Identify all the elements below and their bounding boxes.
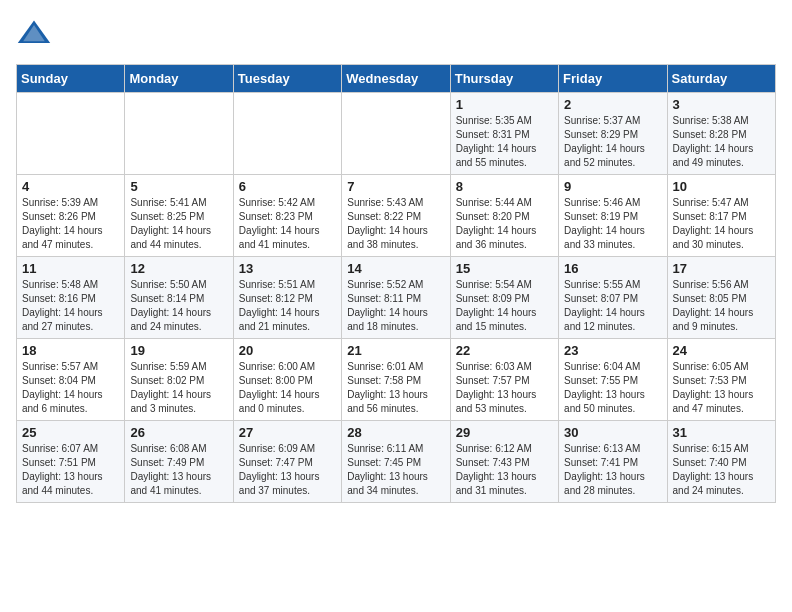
day-detail: Sunrise: 5:43 AM Sunset: 8:22 PM Dayligh… [347, 196, 444, 252]
day-number: 28 [347, 425, 444, 440]
day-number: 15 [456, 261, 553, 276]
calendar-cell [342, 93, 450, 175]
day-detail: Sunrise: 6:04 AM Sunset: 7:55 PM Dayligh… [564, 360, 661, 416]
day-detail: Sunrise: 5:47 AM Sunset: 8:17 PM Dayligh… [673, 196, 770, 252]
calendar-cell: 21Sunrise: 6:01 AM Sunset: 7:58 PM Dayli… [342, 339, 450, 421]
calendar-cell: 3Sunrise: 5:38 AM Sunset: 8:28 PM Daylig… [667, 93, 775, 175]
day-number: 19 [130, 343, 227, 358]
day-number: 10 [673, 179, 770, 194]
calendar-week-row: 4Sunrise: 5:39 AM Sunset: 8:26 PM Daylig… [17, 175, 776, 257]
weekday-header-wednesday: Wednesday [342, 65, 450, 93]
calendar-table: SundayMondayTuesdayWednesdayThursdayFrid… [16, 64, 776, 503]
calendar-cell: 2Sunrise: 5:37 AM Sunset: 8:29 PM Daylig… [559, 93, 667, 175]
day-detail: Sunrise: 5:55 AM Sunset: 8:07 PM Dayligh… [564, 278, 661, 334]
calendar-cell: 9Sunrise: 5:46 AM Sunset: 8:19 PM Daylig… [559, 175, 667, 257]
day-detail: Sunrise: 5:35 AM Sunset: 8:31 PM Dayligh… [456, 114, 553, 170]
day-detail: Sunrise: 6:15 AM Sunset: 7:40 PM Dayligh… [673, 442, 770, 498]
calendar-week-row: 1Sunrise: 5:35 AM Sunset: 8:31 PM Daylig… [17, 93, 776, 175]
weekday-header-friday: Friday [559, 65, 667, 93]
day-number: 30 [564, 425, 661, 440]
weekday-header-tuesday: Tuesday [233, 65, 341, 93]
day-detail: Sunrise: 5:37 AM Sunset: 8:29 PM Dayligh… [564, 114, 661, 170]
day-number: 1 [456, 97, 553, 112]
calendar-week-row: 11Sunrise: 5:48 AM Sunset: 8:16 PM Dayli… [17, 257, 776, 339]
calendar-cell: 11Sunrise: 5:48 AM Sunset: 8:16 PM Dayli… [17, 257, 125, 339]
day-detail: Sunrise: 5:59 AM Sunset: 8:02 PM Dayligh… [130, 360, 227, 416]
calendar-cell: 16Sunrise: 5:55 AM Sunset: 8:07 PM Dayli… [559, 257, 667, 339]
calendar-cell: 5Sunrise: 5:41 AM Sunset: 8:25 PM Daylig… [125, 175, 233, 257]
day-detail: Sunrise: 5:57 AM Sunset: 8:04 PM Dayligh… [22, 360, 119, 416]
day-detail: Sunrise: 5:50 AM Sunset: 8:14 PM Dayligh… [130, 278, 227, 334]
calendar-cell: 12Sunrise: 5:50 AM Sunset: 8:14 PM Dayli… [125, 257, 233, 339]
calendar-cell: 25Sunrise: 6:07 AM Sunset: 7:51 PM Dayli… [17, 421, 125, 503]
day-number: 18 [22, 343, 119, 358]
day-number: 4 [22, 179, 119, 194]
day-detail: Sunrise: 6:09 AM Sunset: 7:47 PM Dayligh… [239, 442, 336, 498]
calendar-cell: 27Sunrise: 6:09 AM Sunset: 7:47 PM Dayli… [233, 421, 341, 503]
calendar-cell: 13Sunrise: 5:51 AM Sunset: 8:12 PM Dayli… [233, 257, 341, 339]
day-detail: Sunrise: 5:38 AM Sunset: 8:28 PM Dayligh… [673, 114, 770, 170]
day-number: 22 [456, 343, 553, 358]
page-header [16, 16, 776, 52]
weekday-header-monday: Monday [125, 65, 233, 93]
calendar-cell: 14Sunrise: 5:52 AM Sunset: 8:11 PM Dayli… [342, 257, 450, 339]
day-detail: Sunrise: 6:00 AM Sunset: 8:00 PM Dayligh… [239, 360, 336, 416]
day-detail: Sunrise: 5:54 AM Sunset: 8:09 PM Dayligh… [456, 278, 553, 334]
weekday-header-saturday: Saturday [667, 65, 775, 93]
day-detail: Sunrise: 5:56 AM Sunset: 8:05 PM Dayligh… [673, 278, 770, 334]
day-number: 9 [564, 179, 661, 194]
day-detail: Sunrise: 5:41 AM Sunset: 8:25 PM Dayligh… [130, 196, 227, 252]
day-number: 6 [239, 179, 336, 194]
day-number: 8 [456, 179, 553, 194]
day-number: 7 [347, 179, 444, 194]
calendar-cell: 23Sunrise: 6:04 AM Sunset: 7:55 PM Dayli… [559, 339, 667, 421]
day-detail: Sunrise: 5:51 AM Sunset: 8:12 PM Dayligh… [239, 278, 336, 334]
day-number: 12 [130, 261, 227, 276]
day-detail: Sunrise: 6:07 AM Sunset: 7:51 PM Dayligh… [22, 442, 119, 498]
weekday-header-thursday: Thursday [450, 65, 558, 93]
day-number: 27 [239, 425, 336, 440]
day-number: 24 [673, 343, 770, 358]
calendar-cell: 24Sunrise: 6:05 AM Sunset: 7:53 PM Dayli… [667, 339, 775, 421]
day-detail: Sunrise: 6:05 AM Sunset: 7:53 PM Dayligh… [673, 360, 770, 416]
calendar-cell [17, 93, 125, 175]
calendar-cell: 31Sunrise: 6:15 AM Sunset: 7:40 PM Dayli… [667, 421, 775, 503]
day-detail: Sunrise: 5:42 AM Sunset: 8:23 PM Dayligh… [239, 196, 336, 252]
day-number: 26 [130, 425, 227, 440]
calendar-cell: 15Sunrise: 5:54 AM Sunset: 8:09 PM Dayli… [450, 257, 558, 339]
day-number: 16 [564, 261, 661, 276]
day-number: 5 [130, 179, 227, 194]
calendar-week-row: 18Sunrise: 5:57 AM Sunset: 8:04 PM Dayli… [17, 339, 776, 421]
calendar-cell: 29Sunrise: 6:12 AM Sunset: 7:43 PM Dayli… [450, 421, 558, 503]
day-detail: Sunrise: 5:44 AM Sunset: 8:20 PM Dayligh… [456, 196, 553, 252]
calendar-cell: 20Sunrise: 6:00 AM Sunset: 8:00 PM Dayli… [233, 339, 341, 421]
logo [16, 16, 56, 52]
calendar-cell: 22Sunrise: 6:03 AM Sunset: 7:57 PM Dayli… [450, 339, 558, 421]
calendar-cell: 30Sunrise: 6:13 AM Sunset: 7:41 PM Dayli… [559, 421, 667, 503]
logo-icon [16, 16, 52, 52]
calendar-cell: 4Sunrise: 5:39 AM Sunset: 8:26 PM Daylig… [17, 175, 125, 257]
day-number: 31 [673, 425, 770, 440]
day-detail: Sunrise: 5:39 AM Sunset: 8:26 PM Dayligh… [22, 196, 119, 252]
day-detail: Sunrise: 6:13 AM Sunset: 7:41 PM Dayligh… [564, 442, 661, 498]
day-number: 13 [239, 261, 336, 276]
calendar-cell: 7Sunrise: 5:43 AM Sunset: 8:22 PM Daylig… [342, 175, 450, 257]
day-detail: Sunrise: 5:46 AM Sunset: 8:19 PM Dayligh… [564, 196, 661, 252]
day-number: 21 [347, 343, 444, 358]
day-detail: Sunrise: 6:11 AM Sunset: 7:45 PM Dayligh… [347, 442, 444, 498]
day-number: 20 [239, 343, 336, 358]
calendar-cell [125, 93, 233, 175]
day-number: 17 [673, 261, 770, 276]
day-detail: Sunrise: 5:52 AM Sunset: 8:11 PM Dayligh… [347, 278, 444, 334]
day-detail: Sunrise: 6:03 AM Sunset: 7:57 PM Dayligh… [456, 360, 553, 416]
calendar-cell: 10Sunrise: 5:47 AM Sunset: 8:17 PM Dayli… [667, 175, 775, 257]
calendar-cell: 18Sunrise: 5:57 AM Sunset: 8:04 PM Dayli… [17, 339, 125, 421]
calendar-cell: 8Sunrise: 5:44 AM Sunset: 8:20 PM Daylig… [450, 175, 558, 257]
day-detail: Sunrise: 6:01 AM Sunset: 7:58 PM Dayligh… [347, 360, 444, 416]
calendar-cell: 26Sunrise: 6:08 AM Sunset: 7:49 PM Dayli… [125, 421, 233, 503]
calendar-header-row: SundayMondayTuesdayWednesdayThursdayFrid… [17, 65, 776, 93]
calendar-cell: 6Sunrise: 5:42 AM Sunset: 8:23 PM Daylig… [233, 175, 341, 257]
day-number: 2 [564, 97, 661, 112]
calendar-cell: 17Sunrise: 5:56 AM Sunset: 8:05 PM Dayli… [667, 257, 775, 339]
day-detail: Sunrise: 6:12 AM Sunset: 7:43 PM Dayligh… [456, 442, 553, 498]
